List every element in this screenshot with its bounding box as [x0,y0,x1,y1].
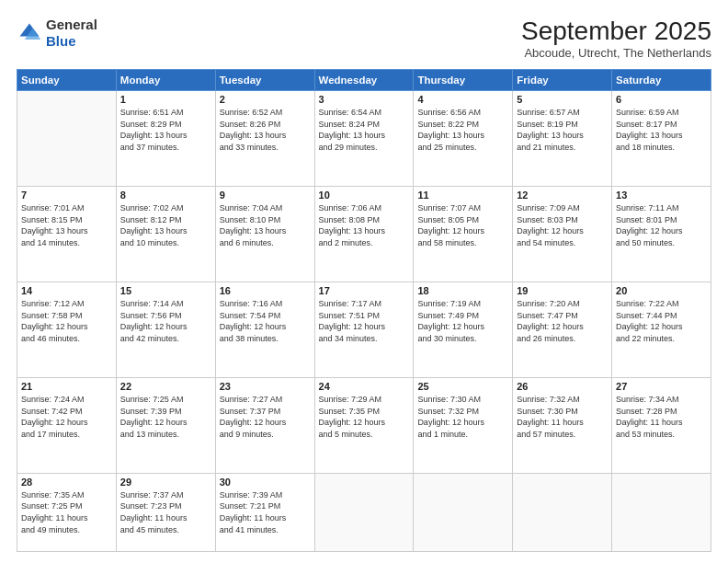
calendar-cell: 5Sunrise: 6:57 AM Sunset: 8:19 PM Daylig… [513,91,612,187]
day-number: 29 [120,477,211,488]
day-info: Sunrise: 7:39 AM Sunset: 7:21 PM Dayligh… [220,489,311,535]
calendar-cell: 7Sunrise: 7:01 AM Sunset: 8:15 PM Daylig… [17,186,117,282]
day-number: 30 [220,477,311,488]
day-number: 2 [220,94,311,105]
day-number: 11 [417,190,508,201]
day-number: 1 [120,94,211,105]
weekday-header-tuesday: Tuesday [215,70,314,91]
calendar-cell [17,91,117,187]
day-info: Sunrise: 7:35 AM Sunset: 7:25 PM Dayligh… [21,489,112,535]
day-info: Sunrise: 6:57 AM Sunset: 8:19 PM Dayligh… [517,107,608,153]
calendar-cell: 10Sunrise: 7:06 AM Sunset: 8:08 PM Dayli… [314,186,414,282]
day-info: Sunrise: 7:30 AM Sunset: 7:32 PM Dayligh… [417,394,508,440]
day-info: Sunrise: 7:22 AM Sunset: 7:44 PM Dayligh… [616,298,707,344]
calendar-cell: 20Sunrise: 7:22 AM Sunset: 7:44 PM Dayli… [612,282,711,377]
calendar-cell: 18Sunrise: 7:19 AM Sunset: 7:49 PM Dayli… [414,282,513,377]
calendar-cell: 30Sunrise: 7:39 AM Sunset: 7:21 PM Dayli… [215,473,314,551]
calendar-cell: 11Sunrise: 7:07 AM Sunset: 8:05 PM Dayli… [414,186,513,282]
day-number: 27 [616,381,707,392]
day-info: Sunrise: 7:29 AM Sunset: 7:35 PM Dayligh… [319,394,410,440]
day-info: Sunrise: 7:27 AM Sunset: 7:37 PM Dayligh… [220,394,311,440]
day-number: 24 [319,381,410,392]
day-info: Sunrise: 7:37 AM Sunset: 7:23 PM Dayligh… [120,489,211,535]
logo-text: General Blue [46,17,97,50]
calendar-cell: 3Sunrise: 6:54 AM Sunset: 8:24 PM Daylig… [314,91,414,187]
day-number: 10 [319,190,410,201]
day-info: Sunrise: 7:19 AM Sunset: 7:49 PM Dayligh… [417,298,508,344]
weekday-header-saturday: Saturday [612,70,711,91]
day-number: 19 [517,285,608,296]
calendar-cell: 28Sunrise: 7:35 AM Sunset: 7:25 PM Dayli… [17,473,117,551]
day-info: Sunrise: 7:32 AM Sunset: 7:30 PM Dayligh… [517,394,608,440]
day-info: Sunrise: 7:09 AM Sunset: 8:03 PM Dayligh… [517,202,608,248]
day-info: Sunrise: 6:51 AM Sunset: 8:29 PM Dayligh… [120,107,211,153]
logo: General Blue [17,17,97,50]
calendar-cell: 6Sunrise: 6:59 AM Sunset: 8:17 PM Daylig… [612,91,711,187]
location-subtitle: Abcoude, Utrecht, The Netherlands [521,46,711,60]
calendar-cell: 8Sunrise: 7:02 AM Sunset: 8:12 PM Daylig… [116,186,215,282]
day-number: 15 [120,285,211,296]
calendar-cell: 25Sunrise: 7:30 AM Sunset: 7:32 PM Dayli… [414,377,513,473]
day-info: Sunrise: 6:52 AM Sunset: 8:26 PM Dayligh… [220,107,311,153]
day-number: 3 [319,94,410,105]
day-info: Sunrise: 7:07 AM Sunset: 8:05 PM Dayligh… [417,202,508,248]
day-number: 13 [616,190,707,201]
calendar-cell: 14Sunrise: 7:12 AM Sunset: 7:58 PM Dayli… [17,282,117,377]
calendar-cell: 9Sunrise: 7:04 AM Sunset: 8:10 PM Daylig… [215,186,314,282]
day-info: Sunrise: 7:25 AM Sunset: 7:39 PM Dayligh… [120,394,211,440]
weekday-header-sunday: Sunday [17,70,117,91]
day-number: 7 [21,190,112,201]
day-number: 26 [517,381,608,392]
day-number: 20 [616,285,707,296]
day-number: 4 [417,94,508,105]
day-info: Sunrise: 7:12 AM Sunset: 7:58 PM Dayligh… [21,298,112,344]
day-info: Sunrise: 7:14 AM Sunset: 7:56 PM Dayligh… [120,298,211,344]
day-info: Sunrise: 7:02 AM Sunset: 8:12 PM Dayligh… [120,202,211,248]
calendar-cell: 29Sunrise: 7:37 AM Sunset: 7:23 PM Dayli… [116,473,215,551]
calendar-cell [612,473,711,551]
calendar-cell [314,473,414,551]
calendar-cell: 23Sunrise: 7:27 AM Sunset: 7:37 PM Dayli… [215,377,314,473]
weekday-header-friday: Friday [513,70,612,91]
day-number: 17 [319,285,410,296]
day-info: Sunrise: 7:24 AM Sunset: 7:42 PM Dayligh… [21,394,112,440]
day-info: Sunrise: 7:06 AM Sunset: 8:08 PM Dayligh… [319,202,410,248]
weekday-header-monday: Monday [116,70,215,91]
day-number: 16 [220,285,311,296]
calendar-cell: 4Sunrise: 6:56 AM Sunset: 8:22 PM Daylig… [414,91,513,187]
calendar-table: SundayMondayTuesdayWednesdayThursdayFrid… [17,69,711,552]
calendar-cell [513,473,612,551]
day-number: 28 [21,477,112,488]
day-info: Sunrise: 7:11 AM Sunset: 8:01 PM Dayligh… [616,202,707,248]
day-info: Sunrise: 6:59 AM Sunset: 8:17 PM Dayligh… [616,107,707,153]
day-info: Sunrise: 7:04 AM Sunset: 8:10 PM Dayligh… [220,202,311,248]
calendar-cell: 17Sunrise: 7:17 AM Sunset: 7:51 PM Dayli… [314,282,414,377]
day-info: Sunrise: 7:34 AM Sunset: 7:28 PM Dayligh… [616,394,707,440]
month-title: September 2025 [521,17,711,46]
day-info: Sunrise: 7:20 AM Sunset: 7:47 PM Dayligh… [517,298,608,344]
calendar-cell: 16Sunrise: 7:16 AM Sunset: 7:54 PM Dayli… [215,282,314,377]
day-number: 12 [517,190,608,201]
day-info: Sunrise: 6:54 AM Sunset: 8:24 PM Dayligh… [319,107,410,153]
day-number: 14 [21,285,112,296]
calendar-cell: 1Sunrise: 6:51 AM Sunset: 8:29 PM Daylig… [116,91,215,187]
weekday-header-thursday: Thursday [414,70,513,91]
day-number: 25 [417,381,508,392]
calendar-cell: 12Sunrise: 7:09 AM Sunset: 8:03 PM Dayli… [513,186,612,282]
day-number: 8 [120,190,211,201]
calendar-cell: 15Sunrise: 7:14 AM Sunset: 7:56 PM Dayli… [116,282,215,377]
day-info: Sunrise: 7:17 AM Sunset: 7:51 PM Dayligh… [319,298,410,344]
day-number: 22 [120,381,211,392]
calendar-cell: 19Sunrise: 7:20 AM Sunset: 7:47 PM Dayli… [513,282,612,377]
calendar-cell: 26Sunrise: 7:32 AM Sunset: 7:30 PM Dayli… [513,377,612,473]
day-info: Sunrise: 6:56 AM Sunset: 8:22 PM Dayligh… [417,107,508,153]
day-number: 6 [616,94,707,105]
calendar-cell: 21Sunrise: 7:24 AM Sunset: 7:42 PM Dayli… [17,377,117,473]
day-number: 18 [417,285,508,296]
day-number: 21 [21,381,112,392]
day-info: Sunrise: 7:01 AM Sunset: 8:15 PM Dayligh… [21,202,112,248]
day-number: 5 [517,94,608,105]
weekday-header-wednesday: Wednesday [314,70,414,91]
calendar-cell: 22Sunrise: 7:25 AM Sunset: 7:39 PM Dayli… [116,377,215,473]
title-block: September 2025 Abcoude, Utrecht, The Net… [521,17,711,60]
